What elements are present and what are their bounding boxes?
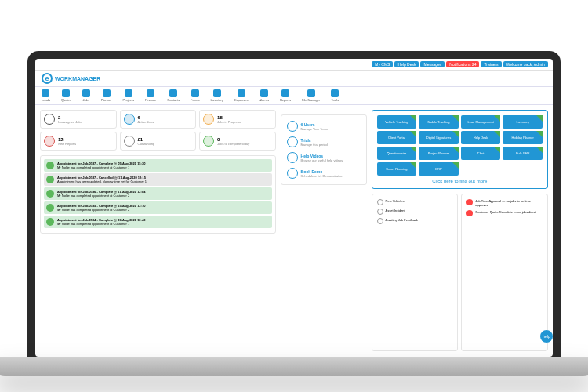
action-icon bbox=[287, 121, 298, 132]
nav-quotes[interactable]: Quotes bbox=[61, 89, 71, 102]
tools-icon bbox=[331, 89, 339, 97]
module-tile[interactable]: Client Portal bbox=[377, 131, 417, 144]
module-tile[interactable]: Inventory bbox=[503, 115, 543, 129]
action-row[interactable]: TrialsManage trial period bbox=[285, 134, 363, 150]
stat-icon bbox=[203, 136, 214, 147]
link-help-desk[interactable]: Help Desk bbox=[394, 61, 419, 67]
nav-contacts[interactable]: Contacts bbox=[167, 89, 180, 102]
link-trainers[interactable]: Trainers bbox=[481, 61, 501, 67]
stat-icon bbox=[44, 114, 55, 125]
feed-item[interactable]: Appointment for Job.0187 - Complete @ 05… bbox=[44, 159, 272, 172]
check-icon bbox=[46, 190, 54, 198]
nav-forms[interactable]: Forms bbox=[191, 89, 199, 102]
stat-card[interactable]: 6Active Jobs bbox=[120, 110, 197, 129]
nav-finance[interactable]: Finance bbox=[145, 89, 156, 102]
nav-reports[interactable]: Reports bbox=[280, 89, 291, 102]
link-notifications[interactable]: Notifications 24 bbox=[446, 61, 479, 67]
module-tile[interactable]: Lead Management bbox=[461, 115, 501, 129]
module-tile[interactable]: Chat bbox=[461, 147, 501, 160]
quick-actions: 6 UsersManage Your TeamTrialsManage tria… bbox=[281, 114, 367, 185]
main-nav: LeadsQuotesJobsPlannerProjectsFinanceCon… bbox=[35, 87, 553, 105]
module-tile[interactable]: Project Planner bbox=[419, 147, 459, 160]
footer: Powered by Eworks Manager © 2020 version… bbox=[35, 356, 553, 357]
widget-item[interactable]: Awaiting Job Feedback bbox=[376, 216, 455, 226]
top-utility-bar: My CMS Help Desk Messages Notifications … bbox=[35, 59, 553, 71]
stat-icon bbox=[124, 136, 135, 147]
finance-icon bbox=[147, 89, 154, 97]
stat-icon bbox=[203, 114, 214, 125]
activity-feed: Appointment for Job.0187 - Complete @ 05… bbox=[40, 155, 276, 234]
file manager-icon bbox=[307, 89, 315, 97]
stat-card[interactable]: £1Outstanding bbox=[120, 132, 197, 151]
module-tile[interactable]: Questionnaire bbox=[377, 147, 417, 160]
module-tile[interactable]: Holiday Planner bbox=[503, 131, 543, 144]
nav-jobs[interactable]: Jobs bbox=[82, 89, 90, 102]
modules-cta[interactable]: Click here to find out more bbox=[377, 179, 543, 183]
module-tile[interactable]: Bulk SMS bbox=[503, 147, 543, 160]
widget-item[interactable]: Customer Quote Complete — no jobs direct bbox=[465, 209, 544, 218]
header: e WORKMANAGER bbox=[35, 71, 553, 87]
inventory-icon bbox=[213, 89, 221, 97]
help-button[interactable]: help bbox=[540, 330, 553, 343]
contacts-icon bbox=[169, 89, 177, 97]
widget-item[interactable]: Asset Incident bbox=[376, 207, 455, 216]
action-row[interactable]: 6 UsersManage Your Team bbox=[285, 118, 363, 134]
module-tile[interactable]: Smart Planning bbox=[377, 162, 417, 176]
welcome-user[interactable]: Welcome back, Admin bbox=[503, 61, 548, 67]
projects-icon bbox=[125, 89, 132, 97]
action-icon bbox=[287, 152, 298, 163]
quotes-icon bbox=[62, 89, 70, 97]
circle-icon bbox=[377, 199, 383, 205]
check-icon bbox=[46, 176, 54, 183]
right-widget: Job Time Approval — no jobs to be time a… bbox=[461, 194, 548, 351]
expenses-icon bbox=[238, 89, 245, 97]
check-icon bbox=[46, 162, 54, 169]
module-tile[interactable]: Mobile Tracking bbox=[419, 115, 459, 129]
stat-card[interactable]: 18Jobs in Progress bbox=[199, 110, 276, 129]
stat-card[interactable]: 12New Reports bbox=[40, 132, 117, 151]
stat-card[interactable]: 2Unassigned Jobs bbox=[40, 110, 117, 129]
action-icon bbox=[287, 136, 298, 147]
link-messages[interactable]: Messages bbox=[420, 61, 445, 67]
check-icon bbox=[46, 218, 54, 226]
alarms-icon bbox=[260, 89, 268, 97]
nav-inventory[interactable]: Inventory bbox=[210, 89, 223, 102]
module-tile[interactable]: ERP bbox=[419, 162, 459, 176]
nav-file manager[interactable]: File Manager bbox=[302, 89, 320, 102]
feed-item[interactable]: Appointment for Job.0186 - Complete @ 11… bbox=[44, 187, 272, 200]
nav-tools[interactable]: Tools bbox=[331, 89, 339, 102]
feed-item[interactable]: Appointment for Job.0184 - Complete @ 06… bbox=[44, 216, 272, 228]
reports-icon bbox=[281, 89, 289, 97]
stat-icon bbox=[124, 114, 135, 125]
nav-expenses[interactable]: Expenses bbox=[234, 89, 249, 102]
nav-planner[interactable]: Planner bbox=[101, 89, 112, 102]
circle-icon bbox=[377, 209, 383, 215]
feed-item[interactable]: Appointment for Job.0185 - Complete @ 15… bbox=[44, 201, 272, 214]
nav-alarms[interactable]: Alarms bbox=[259, 89, 268, 102]
action-row[interactable]: Help VideosBrowse our useful help videos bbox=[285, 150, 363, 165]
widget-item[interactable]: Job Time Approval — no jobs to be time a… bbox=[465, 198, 544, 209]
module-tile[interactable]: Digital Signatures bbox=[419, 131, 459, 144]
circle-icon bbox=[377, 218, 383, 224]
nav-projects[interactable]: Projects bbox=[123, 89, 134, 102]
modules-panel: Vehicle TrackingMobile TrackingLead Mana… bbox=[372, 110, 548, 189]
leads-icon bbox=[42, 89, 49, 97]
stat-icon bbox=[44, 136, 55, 147]
action-row[interactable]: Book DemoSchedule a 1-1 Demonstration bbox=[285, 165, 363, 181]
jobs-icon bbox=[82, 89, 90, 97]
link-my-cms[interactable]: My CMS bbox=[372, 61, 393, 67]
stat-card[interactable]: 0Jobs to complete today bbox=[199, 132, 276, 151]
alert-icon bbox=[466, 210, 473, 216]
nav-leads[interactable]: Leads bbox=[42, 89, 50, 102]
module-tile[interactable]: Help Desk bbox=[461, 131, 501, 144]
module-tile[interactable]: Vehicle Tracking bbox=[377, 115, 417, 129]
action-icon bbox=[287, 168, 298, 179]
check-icon bbox=[46, 204, 54, 212]
stats-grid: 2Unassigned Jobs6Active Jobs18Jobs in Pr… bbox=[40, 110, 276, 151]
widget-item[interactable]: New Vehicles bbox=[376, 198, 455, 207]
logo-icon: e bbox=[42, 73, 53, 84]
feed-item[interactable]: Appointment for Job.0187 - Cancelled @ 1… bbox=[44, 173, 272, 186]
forms-icon bbox=[191, 89, 199, 97]
left-widget: New VehiclesAsset IncidentAwaiting Job F… bbox=[372, 194, 459, 351]
planner-icon bbox=[103, 89, 111, 97]
